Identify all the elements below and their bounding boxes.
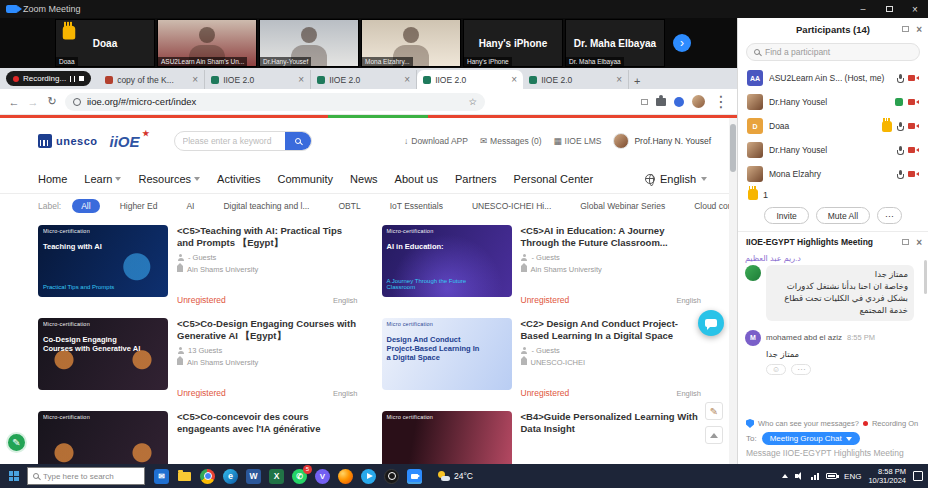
site-search[interactable]	[174, 131, 312, 151]
course-card[interactable]: Micro-certification Teaching with AI Pra…	[38, 225, 358, 309]
course-card[interactable]: Micro-certification Co-Design Engaging C…	[38, 318, 358, 402]
reload-icon[interactable]	[46, 95, 58, 108]
mic-icon[interactable]	[897, 74, 903, 83]
nav-community[interactable]: Community	[277, 173, 333, 185]
filter-iot-essentials[interactable]: IoT Essentials	[381, 199, 452, 213]
action-center-icon[interactable]	[913, 471, 923, 481]
close-chat-icon[interactable]	[916, 237, 922, 248]
filter-ai[interactable]: AI	[177, 199, 203, 213]
edit-pencil-button[interactable]	[705, 402, 723, 420]
course-card[interactable]: Micro certification <B4>Guide Personaliz…	[382, 411, 702, 464]
extension-icon[interactable]	[674, 97, 684, 107]
nav-activities[interactable]: Activities	[217, 173, 260, 185]
nav-resources[interactable]: Resources	[138, 173, 200, 185]
pause-recording-icon[interactable]	[70, 76, 75, 82]
extensions-puzzle-icon[interactable]	[656, 98, 666, 106]
site-info-icon[interactable]	[73, 98, 81, 106]
site-search-input[interactable]	[175, 136, 285, 146]
page-scrollbar[interactable]	[729, 118, 737, 464]
feedback-chat-button[interactable]	[698, 310, 724, 336]
download-app-link[interactable]: Download APP	[404, 136, 468, 146]
battery-icon[interactable]	[826, 473, 837, 479]
mic-icon[interactable]	[897, 146, 903, 155]
volume-icon[interactable]	[795, 472, 804, 480]
tab-close-icon[interactable]	[404, 74, 410, 85]
filter-unesco-ichei[interactable]: UNESCO-ICHEI Hi...	[463, 199, 560, 213]
chrome-icon[interactable]	[200, 469, 215, 484]
taskbar-weather[interactable]: 24°C	[438, 471, 473, 481]
filter-higher-ed[interactable]: Higher Ed	[111, 199, 167, 213]
back-to-top-button[interactable]	[705, 426, 723, 444]
mic-icon[interactable]	[897, 170, 903, 179]
user-menu[interactable]: Prof.Hany N. Yousef	[613, 133, 711, 149]
maximize-button[interactable]	[876, 0, 902, 18]
firefox-icon[interactable]	[338, 469, 353, 484]
course-card[interactable]: Micro-certification AI in Education: A J…	[382, 225, 702, 309]
file-explorer-icon[interactable]	[177, 469, 192, 484]
zoom-taskbar-icon[interactable]	[407, 469, 422, 484]
participant-row[interactable]: AA ASU2Learn Ain S... (Host, me)	[738, 66, 928, 90]
side-panel-icon[interactable]	[641, 99, 648, 105]
nav-personal-center[interactable]: Personal Center	[514, 173, 594, 185]
browser-tab[interactable]: IIOE 2.0	[205, 70, 311, 89]
video-off-icon[interactable]	[908, 122, 919, 130]
filter-global-webinar[interactable]: Global Webinar Series	[571, 199, 674, 213]
bookmark-star-icon[interactable]	[468, 96, 477, 107]
chat-message-input[interactable]	[746, 448, 920, 458]
video-tile-asu2learn[interactable]: ASU2Learn Ain Sham's Un...	[157, 19, 257, 67]
tab-close-icon[interactable]	[511, 74, 517, 85]
browser-profile-avatar[interactable]	[692, 95, 705, 108]
start-button[interactable]	[0, 464, 27, 488]
viber-icon[interactable]	[315, 469, 330, 484]
tab-close-icon[interactable]	[616, 74, 622, 85]
mail-icon[interactable]	[154, 469, 169, 484]
forward-icon[interactable]	[27, 96, 39, 108]
browser-tab-active[interactable]: IIOE 2.0	[417, 70, 523, 89]
network-icon[interactable]	[811, 473, 819, 480]
add-reaction-icon[interactable]	[766, 364, 786, 375]
url-omnibox[interactable]: iioe.org/#/micro-cert/index	[65, 93, 485, 111]
course-card[interactable]: Micro-certification <C5>Co-concevoir des…	[38, 411, 358, 464]
messages-link[interactable]: Messages (0)	[480, 136, 542, 146]
stop-recording-icon[interactable]	[79, 76, 84, 81]
invite-button[interactable]: Invite	[764, 207, 808, 224]
nav-about-us[interactable]: About us	[395, 173, 438, 185]
excel-icon[interactable]	[269, 469, 284, 484]
video-tile-doaa[interactable]: Doaa Doaa	[55, 19, 155, 67]
recipient-selector[interactable]: Meeting Group Chat	[762, 432, 860, 445]
video-tile-hany[interactable]: Dr.Hany-Yousef	[259, 19, 359, 67]
word-icon[interactable]	[246, 469, 261, 484]
telegram-icon[interactable]	[361, 469, 376, 484]
nav-news[interactable]: News	[350, 173, 378, 185]
chat-scrollbar[interactable]	[924, 260, 927, 294]
next-videos-button[interactable]	[673, 34, 691, 52]
filter-digital-teaching[interactable]: Digital teaching and l...	[214, 199, 318, 213]
iioe-logo[interactable]: iiOE	[110, 133, 148, 150]
filter-all[interactable]: All	[72, 199, 99, 213]
popout-icon[interactable]	[902, 26, 909, 32]
course-card[interactable]: Micro certification Design And Conduct P…	[382, 318, 702, 402]
video-tile-hanys-iphone[interactable]: Hany's iPhone Hany's iPhone	[463, 19, 563, 67]
scrollbar-thumb[interactable]	[730, 124, 736, 172]
video-tile-mona[interactable]: Mona Elzahry...	[361, 19, 461, 67]
nav-learn[interactable]: Learn	[84, 173, 121, 185]
nav-partners[interactable]: Partners	[455, 173, 497, 185]
close-panel-icon[interactable]	[916, 24, 922, 35]
taskbar-search-input[interactable]	[43, 472, 139, 481]
back-icon[interactable]	[8, 96, 20, 108]
participant-row[interactable]: Mona Elzahry	[738, 162, 928, 186]
language-indicator[interactable]: ENG	[844, 472, 861, 481]
participant-search[interactable]	[746, 43, 920, 61]
annotation-button[interactable]	[6, 432, 27, 453]
popout-icon[interactable]	[902, 239, 909, 245]
tab-close-icon[interactable]	[192, 74, 198, 85]
language-selector[interactable]: English	[645, 173, 707, 185]
unesco-logo[interactable]: unesco	[38, 134, 98, 148]
more-reactions-icon[interactable]	[791, 364, 811, 375]
hidden-icons-chevron[interactable]	[782, 474, 788, 478]
browser-tab[interactable]: IIOE 2.0	[311, 70, 417, 89]
video-off-icon[interactable]	[908, 146, 919, 154]
taskbar-search[interactable]	[27, 467, 145, 485]
close-button[interactable]	[902, 0, 928, 18]
site-search-button[interactable]	[285, 131, 311, 151]
